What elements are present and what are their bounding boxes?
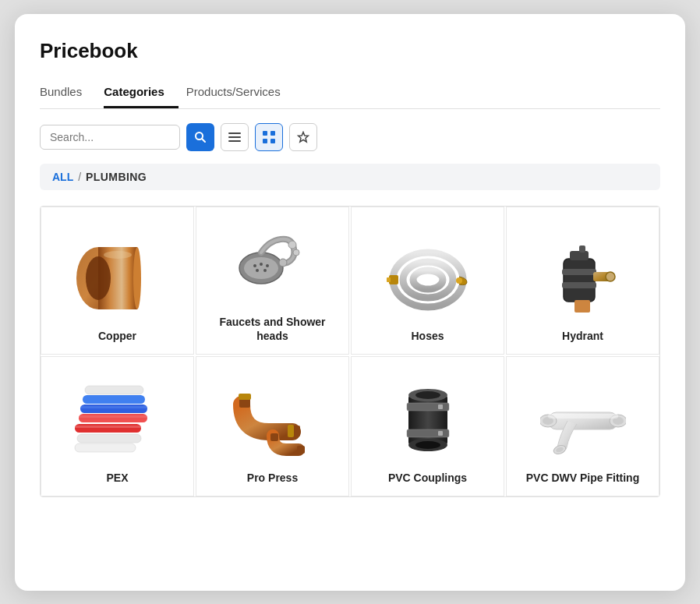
pex-label: PEX [106, 471, 128, 485]
faucet-illustration [230, 225, 316, 303]
category-faucets[interactable]: Faucets and Shower heads [196, 207, 349, 355]
svg-rect-62 [438, 431, 443, 436]
copper-label: Copper [98, 329, 136, 343]
svg-point-20 [256, 269, 259, 272]
category-pvcdwv[interactable]: PVC DWV Pipe Fitting [506, 356, 659, 496]
breadcrumb-all[interactable]: ALL [52, 171, 73, 183]
svg-point-21 [263, 269, 267, 272]
svg-rect-2 [228, 132, 241, 134]
svg-point-16 [244, 257, 278, 279]
svg-rect-39 [75, 424, 141, 433]
svg-point-23 [288, 241, 296, 249]
svg-point-19 [266, 264, 269, 267]
search-input[interactable] [40, 125, 180, 150]
svg-point-30 [456, 277, 462, 284]
svg-rect-48 [80, 406, 147, 408]
propress-label: Pro Press [247, 471, 298, 485]
pvccouplings-illustration [393, 381, 463, 459]
svg-rect-43 [80, 404, 147, 413]
tab-products[interactable]: Products/Services [186, 79, 295, 108]
svg-rect-40 [79, 414, 147, 422]
svg-point-17 [253, 264, 256, 267]
hydrant-illustration [540, 239, 626, 317]
svg-rect-34 [570, 251, 589, 260]
svg-line-1 [202, 139, 205, 142]
svg-rect-53 [270, 433, 278, 441]
search-button[interactable] [186, 123, 214, 151]
hoses-label: Hoses [411, 329, 444, 343]
svg-point-13 [86, 256, 111, 300]
copper-pipe-illustration [75, 239, 161, 317]
propress-image [226, 377, 320, 463]
pex-illustration [71, 381, 164, 459]
hose-illustration [385, 239, 471, 317]
breadcrumb-current: PLUMBING [86, 171, 147, 183]
svg-rect-31 [564, 259, 595, 302]
svg-point-22 [279, 259, 287, 267]
toolbar [40, 123, 660, 151]
category-hydrant[interactable]: Hydrant [506, 207, 659, 355]
svg-point-27 [413, 270, 443, 289]
pvcdwv-label: PVC DWV Pipe Fitting [526, 471, 639, 485]
categories-grid: Copper [40, 206, 660, 497]
svg-rect-50 [239, 394, 251, 400]
tab-categories[interactable]: Categories [104, 79, 179, 108]
svg-rect-7 [263, 139, 267, 143]
svg-rect-42 [75, 443, 136, 452]
star-icon [297, 131, 309, 143]
hydrant-image [536, 235, 630, 321]
page-title: Pricebook [40, 39, 660, 63]
tabs-bar: Bundles Categories Products/Services [40, 79, 660, 109]
svg-rect-38 [574, 300, 590, 313]
svg-point-58 [415, 441, 440, 449]
hoses-image [381, 235, 475, 321]
hydrant-label: Hydrant [562, 329, 603, 343]
svg-rect-6 [270, 131, 275, 136]
svg-rect-29 [387, 277, 391, 282]
svg-rect-5 [263, 131, 267, 136]
svg-rect-35 [579, 245, 585, 253]
svg-rect-52 [288, 425, 294, 437]
svg-rect-4 [228, 140, 241, 142]
grid-icon [263, 131, 275, 143]
pvccouplings-label: PVC Couplings [388, 471, 467, 485]
svg-rect-44 [83, 395, 145, 404]
pvcdwv-illustration [540, 381, 626, 459]
faucets-image [226, 221, 320, 307]
svg-point-14 [104, 251, 132, 259]
app-window: Pricebook Bundles Categories Products/Se… [15, 14, 685, 591]
category-hoses[interactable]: Hoses [351, 207, 504, 355]
svg-marker-9 [299, 132, 309, 142]
svg-point-12 [133, 247, 141, 309]
propress-illustration [230, 381, 316, 459]
category-pex[interactable]: PEX [41, 356, 194, 496]
pvccouplings-image [381, 377, 475, 463]
svg-rect-45 [85, 386, 143, 394]
grid-view-button[interactable] [255, 123, 283, 151]
list-view-button[interactable] [221, 123, 249, 151]
svg-point-37 [606, 272, 615, 281]
breadcrumb: ALL / PLUMBING [40, 164, 660, 190]
svg-rect-41 [77, 434, 141, 443]
svg-rect-71 [548, 414, 618, 419]
copper-image [71, 235, 164, 321]
category-copper[interactable]: Copper [41, 207, 194, 355]
svg-rect-8 [270, 139, 275, 143]
favorites-button[interactable] [289, 123, 317, 151]
svg-rect-32 [562, 269, 596, 275]
list-icon [228, 131, 241, 143]
svg-rect-54 [297, 446, 305, 454]
svg-rect-61 [438, 404, 443, 409]
tab-bundles[interactable]: Bundles [40, 79, 96, 108]
svg-point-24 [293, 249, 299, 256]
svg-point-63 [415, 391, 440, 399]
category-pvccouplings[interactable]: PVC Couplings [351, 356, 504, 496]
breadcrumb-separator: / [78, 171, 81, 183]
svg-point-18 [260, 263, 263, 266]
svg-rect-46 [75, 426, 141, 428]
faucets-label: Faucets and Shower heads [204, 315, 341, 343]
category-propress[interactable]: Pro Press [196, 356, 349, 496]
pvcdwv-image [536, 377, 630, 463]
svg-rect-55 [408, 395, 447, 445]
svg-rect-47 [79, 415, 147, 418]
